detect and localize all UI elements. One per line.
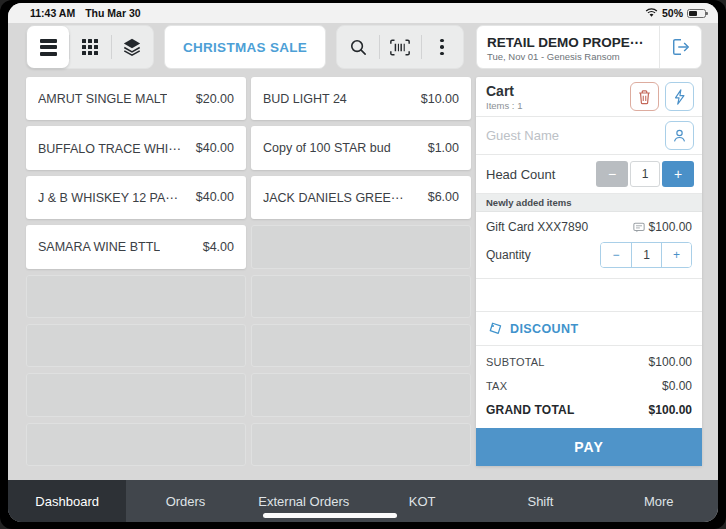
clear-cart-button[interactable] [630,82,659,111]
product-tile[interactable]: BUFFALO TRACE WHI⋯ $40.00 [26,126,246,169]
product-price: $10.00 [421,92,459,106]
product-name: AMRUT SINGLE MALT [38,92,167,106]
product-tile[interactable]: J & B WHISKEY 12 PA⋯ $40.00 [26,176,246,219]
quantity-increment-button[interactable]: + [661,243,691,267]
head-count-row: Head Count − 1 + [476,155,702,194]
home-indicator[interactable] [263,513,397,518]
nav-item-orders[interactable]: Orders [126,480,244,522]
cart-item[interactable]: Gift Card XXX7890 $100.00 Quantity − 1 [476,212,702,279]
product-price: $1.00 [428,141,459,155]
product-cell-empty [251,373,471,416]
total-row: GRAND TOTAL $100.00 [486,398,692,422]
product-tile[interactable]: BUD LIGHT 24 $10.00 [251,77,471,120]
guest-name-input[interactable] [486,128,665,143]
trash-icon [637,89,652,105]
discount-label: DISCOUNT [510,322,578,336]
pay-button[interactable]: PAY [476,428,702,466]
quick-action-button[interactable] [665,82,694,111]
more-options-button[interactable] [421,26,463,68]
store-selector[interactable]: RETAIL DEMO PROPE⋯ Tue, Nov 01 - Genesis… [477,26,659,68]
pos-app-screen: 11:43 AM Thu Mar 30 50% [8,3,718,522]
nav-item-dashboard[interactable]: Dashboard [8,480,126,522]
product-name: J & B WHISKEY 12 PA⋯ [38,190,178,205]
barcode-scan-button[interactable] [379,26,421,68]
product-cell-empty [26,423,246,466]
product-name: Copy of 100 STAR bud [263,141,391,155]
status-date: Thu Mar 30 [85,7,140,19]
product-cell-empty [26,275,246,318]
guest-lookup-button[interactable] [665,121,694,150]
product-price: $6.00 [428,190,459,204]
product-grid: AMRUT SINGLE MALT $20.00 BUD LIGHT 24 $1… [26,77,471,466]
head-count-decrement-button[interactable]: − [596,161,628,187]
list-view-icon [40,39,57,56]
product-cell-empty [251,275,471,318]
nav-item-shift[interactable]: Shift [481,480,599,522]
head-count-increment-button[interactable]: + [662,161,694,187]
guest-icon [672,128,687,143]
logout-button[interactable] [659,26,701,68]
cart-title: Cart [486,83,522,99]
wifi-icon [645,8,658,18]
barcode-scan-icon [389,38,411,57]
main-content: AMRUT SINGLE MALT $20.00 BUD LIGHT 24 $1… [8,77,718,480]
cart-items-count: Items : 1 [486,100,522,111]
quantity-stepper: − 1 + [600,242,692,268]
cart-empty-space [476,279,702,311]
battery-icon [687,9,706,18]
stack-icon [121,37,143,57]
product-tile[interactable]: JACK DANIELS GREE⋯ $6.00 [251,176,471,219]
nav-item-more[interactable]: More [600,480,718,522]
category-stack-button[interactable] [111,26,153,68]
product-price: $4.00 [203,240,234,254]
total-row: SUBTOTAL $100.00 [486,350,692,374]
status-time: 11:43 AM [30,7,75,19]
cart-item-price: $100.00 [649,220,692,234]
cart-item-name: Gift Card XXX7890 [486,220,588,234]
product-tile[interactable]: SAMARA WINE BTTL $4.00 [26,225,246,268]
search-button[interactable] [337,26,379,68]
total-label: GRAND TOTAL [486,403,574,417]
view-mode-segmented-control [26,25,154,69]
logout-icon [670,37,692,57]
head-count-value: 1 [630,161,660,187]
discount-button[interactable]: DISCOUNT [476,311,702,346]
total-label: TAX [486,380,507,392]
totals-section: SUBTOTAL $100.00 TAX $0.00 GRAND TOTAL $… [476,346,702,428]
status-bar: 11:43 AM Thu Mar 30 50% [8,3,718,23]
product-name: SAMARA WINE BTTL [38,240,160,254]
product-tile[interactable]: Copy of 100 STAR bud $1.00 [251,126,471,169]
product-name: BUD LIGHT 24 [263,92,347,106]
christmas-sale-label: CHRISTMAS SALE [183,40,307,55]
quantity-decrement-button[interactable]: − [601,243,631,267]
actions-segmented-control [336,25,464,69]
product-price: $40.00 [196,141,234,155]
store-subtitle: Tue, Nov 01 - Genesis Ransom [487,51,651,62]
christmas-sale-button[interactable]: CHRISTMAS SALE [164,25,326,69]
store-name: RETAIL DEMO PROPE⋯ [487,34,651,50]
total-label: SUBTOTAL [486,356,545,368]
product-tile[interactable]: AMRUT SINGLE MALT $20.00 [26,77,246,120]
quick-action-icon [673,89,686,105]
product-name: BUFFALO TRACE WHI⋯ [38,141,181,156]
cart-header: Cart Items : 1 [476,77,702,117]
newly-added-items-header: Newly added items [476,194,702,212]
product-cell-empty [251,225,471,268]
store-header-group: RETAIL DEMO PROPE⋯ Tue, Nov 01 - Genesis… [476,25,702,69]
product-cell-empty [251,423,471,466]
tablet-device-frame: 11:43 AM Thu Mar 30 50% [0,0,726,529]
list-view-button[interactable] [27,26,69,68]
discount-icon [486,321,503,336]
head-count-stepper: − 1 + [596,161,694,187]
product-cell-empty [26,373,246,416]
guest-name-row [476,117,702,155]
quantity-value: 1 [631,243,661,267]
product-name: JACK DANIELS GREE⋯ [263,190,403,205]
grid-view-button[interactable] [69,26,111,68]
kebab-icon [440,39,444,56]
product-price: $20.00 [196,92,234,106]
grid-view-icon [82,39,98,55]
cart-panel: Cart Items : 1 [476,77,702,466]
total-value: $100.00 [649,355,692,369]
search-icon [349,38,368,57]
